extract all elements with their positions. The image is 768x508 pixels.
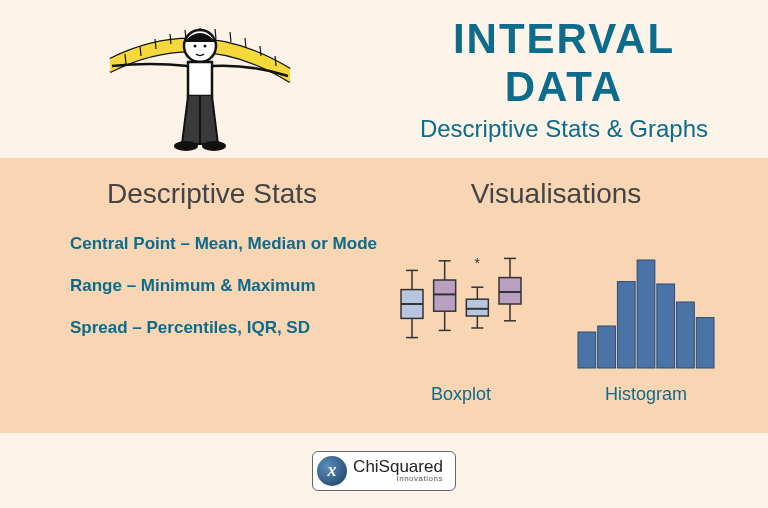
svg-rect-42 [677, 302, 695, 368]
stats-section-title: Descriptive Stats [107, 178, 317, 210]
viz-section-title: Visualisations [471, 178, 642, 210]
header-row: INTERVAL DATA Descriptive Stats & Graphs [0, 0, 768, 158]
svg-rect-24 [434, 280, 456, 311]
svg-text:*: * [475, 255, 481, 271]
person-ruler-illustration [100, 4, 400, 154]
histogram-item: Histogram [571, 254, 721, 405]
stats-item: Spread – Percentiles, IQR, SD [70, 318, 377, 338]
svg-point-15 [202, 141, 226, 151]
title-block: INTERVAL DATA Descriptive Stats & Graphs [400, 15, 768, 143]
svg-point-13 [204, 45, 207, 48]
content-band: Descriptive Stats Central Point – Mean, … [0, 158, 768, 433]
svg-line-7 [230, 32, 231, 42]
brand-text: ChiSquared Innovations [353, 458, 443, 483]
brand-logo: x ChiSquared Innovations [312, 451, 456, 491]
svg-rect-35 [499, 278, 521, 304]
svg-rect-39 [617, 282, 635, 368]
stats-item: Central Point – Mean, Median or Mode [70, 234, 377, 254]
histogram-icon [571, 254, 721, 374]
boxplot-icon: * [391, 234, 531, 374]
svg-rect-37 [578, 332, 596, 368]
footer: x ChiSquared Innovations [0, 433, 768, 508]
svg-rect-29 [466, 299, 488, 316]
svg-rect-43 [696, 318, 714, 368]
visualisations-column: Visualisations * Boxplot Histogram [384, 178, 728, 423]
brand-sub: Innovations [353, 475, 443, 483]
svg-line-6 [215, 29, 216, 39]
stats-item: Range – Minimum & Maximum [70, 276, 377, 296]
descriptive-stats-column: Descriptive Stats Central Point – Mean, … [40, 178, 384, 423]
brand-glyph-text: x [328, 460, 337, 481]
boxplot-label: Boxplot [431, 384, 491, 405]
page-title: INTERVAL DATA [400, 15, 728, 111]
viz-row: * Boxplot Histogram [391, 234, 721, 405]
page-subtitle: Descriptive Stats & Graphs [400, 115, 728, 143]
stats-list: Central Point – Mean, Median or Mode Ran… [70, 234, 377, 360]
svg-rect-41 [657, 284, 675, 368]
svg-rect-40 [637, 260, 655, 368]
brand-glyph-icon: x [317, 456, 347, 486]
svg-point-12 [194, 45, 197, 48]
boxplot-item: * Boxplot [391, 234, 531, 405]
svg-rect-38 [598, 326, 616, 368]
svg-point-14 [174, 141, 198, 151]
histogram-label: Histogram [605, 384, 687, 405]
